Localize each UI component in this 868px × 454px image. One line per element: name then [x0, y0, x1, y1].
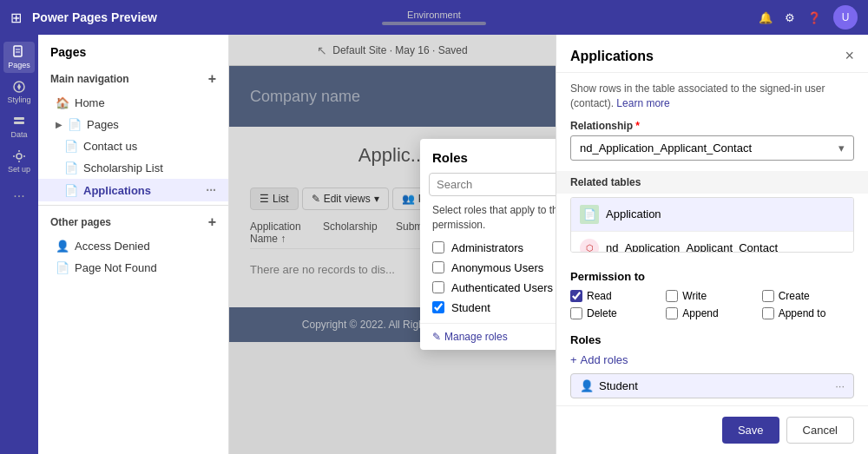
cancel-button[interactable]: Cancel [786, 417, 854, 444]
permission-delete[interactable]: Delete [570, 307, 662, 319]
permission-read-label: Read [587, 290, 612, 302]
role-label-anonymous: Anonymous Users [451, 261, 543, 274]
other-pages-section: Other pages + [38, 209, 228, 235]
related-tables-list: 📄 Application ⬡ nd_Application_Applicant… [570, 197, 854, 253]
nav-page-not-found-label: Page Not Found [75, 261, 157, 274]
gear-icon[interactable]: ⚙ [785, 11, 795, 24]
select-chevron-icon: ▾ [838, 141, 845, 155]
permission-append-to[interactable]: Append to [762, 307, 854, 319]
env-bar [382, 22, 486, 25]
add-main-nav-button[interactable]: + [208, 71, 216, 87]
home-icon: 🏠 [56, 96, 69, 109]
roles-dialog-title: Roles [432, 150, 468, 165]
nav-item-contact-us[interactable]: 📄 Contact us [38, 135, 228, 157]
sidebar-styling-label: Styling [7, 95, 30, 104]
role-check-authenticated[interactable] [432, 281, 444, 293]
role-item-anonymous[interactable]: Anonymous Users [432, 261, 556, 274]
grid-icon[interactable]: ⊞ [10, 10, 22, 26]
user-icon: 👤 [56, 240, 69, 253]
application-table-icon: 📄 [580, 205, 599, 224]
nav-item-applications[interactable]: 📄 Applications ··· [38, 179, 228, 201]
permission-read[interactable]: Read [570, 290, 662, 302]
sidebar-pages-label: Pages [8, 61, 30, 69]
nd-table-icon: ⬡ [580, 239, 599, 253]
sidebar-item-styling[interactable]: Styling [3, 76, 35, 108]
sidebar-item-setup[interactable]: Set up [3, 146, 35, 177]
role-item-administrators[interactable]: Administrators [432, 241, 556, 254]
pages-icon: 📄 [68, 118, 82, 131]
nav-item-home[interactable]: 🏠 Home [38, 92, 228, 114]
relationship-select[interactable]: nd_Application_Applicant_Contact ▾ [570, 135, 854, 161]
roles-search-input[interactable] [429, 173, 556, 196]
add-other-page-button[interactable]: + [208, 214, 216, 230]
related-table-nd[interactable]: ⬡ nd_Application_Applicant_Contact [571, 232, 853, 253]
pages-panel-title: Pages [38, 35, 228, 66]
nav-home-label: Home [75, 96, 105, 109]
permission-append[interactable]: Append [666, 307, 758, 319]
role-check-administrators[interactable] [432, 241, 444, 253]
avatar[interactable]: U [833, 5, 858, 30]
save-button[interactable]: Save [722, 417, 779, 444]
applications-more-button[interactable]: ··· [206, 183, 216, 197]
nav-item-page-not-found[interactable]: 📄 Page Not Found [38, 257, 228, 279]
role-tags-list: 👤 Student ··· [570, 373, 854, 398]
permission-section: Permission to Read Write Create Delete [556, 263, 868, 326]
permission-write[interactable]: Write [666, 290, 758, 302]
learn-more-link[interactable]: Learn more [616, 97, 669, 109]
nd-table-label: nd_Application_Applicant_Contact [606, 241, 778, 253]
permission-create[interactable]: Create [762, 290, 854, 302]
nav-access-denied-label: Access Denied [75, 240, 150, 253]
role-label-student: Student [451, 301, 490, 314]
permission-append-checkbox[interactable] [666, 307, 678, 319]
roles-section: Roles + Add roles 👤 Student ··· [556, 326, 868, 405]
add-roles-button[interactable]: + Add roles [570, 353, 854, 366]
sidebar-data-label: Data [10, 130, 27, 139]
page-icon: 📄 [56, 261, 69, 274]
roles-footer: ✎ Manage roles [420, 323, 556, 350]
role-check-anonymous[interactable] [432, 261, 444, 273]
permission-read-checkbox[interactable] [570, 290, 582, 302]
nav-item-pages[interactable]: ▶ 📄 Pages [38, 114, 228, 135]
content-area: ↖ Default Site · May 16 · Saved Company … [229, 35, 556, 454]
role-tag-student-label: Student [599, 379, 638, 392]
page-icon-active: 📄 [64, 184, 78, 197]
nav-scholarship-label: Scholarship List [83, 161, 163, 174]
related-tables-section-label: Related tables [556, 171, 868, 194]
role-person-icon: 👤 [580, 379, 594, 392]
nav-contactus-label: Contact us [83, 140, 137, 153]
top-bar: ⊞ Power Pages Preview Environment 🔔 ⚙ ❓ … [0, 0, 868, 35]
role-tag-more-button[interactable]: ··· [835, 379, 845, 392]
sidebar-item-pages[interactable]: Pages [3, 42, 35, 73]
main-nav-label: Main navigation [50, 73, 129, 85]
permission-write-label: Write [682, 290, 707, 302]
permission-create-label: Create [779, 290, 810, 302]
permission-write-checkbox[interactable] [666, 290, 678, 302]
permission-to-label: Permission to [570, 270, 854, 283]
nav-item-access-denied[interactable]: 👤 Access Denied [38, 235, 228, 257]
right-panel-description: Show rows in the table associated to the… [556, 73, 868, 120]
chevron-right-icon: ▶ [56, 120, 62, 129]
roles-list: Administrators Anonymous Users Authentic… [420, 241, 556, 323]
roles-section-label: Roles [570, 333, 601, 346]
permission-append-to-checkbox[interactable] [762, 307, 774, 319]
permission-create-checkbox[interactable] [762, 290, 774, 302]
help-icon[interactable]: ❓ [807, 11, 821, 24]
role-check-student[interactable] [432, 301, 444, 313]
role-item-authenticated[interactable]: Authenticated Users [432, 281, 556, 294]
nav-item-scholarship-list[interactable]: 📄 Scholarship List [38, 157, 228, 179]
bell-icon[interactable]: 🔔 [759, 11, 773, 24]
svg-rect-5 [14, 122, 24, 124]
permission-delete-checkbox[interactable] [570, 307, 582, 319]
role-tag-student: 👤 Student ··· [570, 373, 854, 398]
more-dots-icon: ··· [13, 188, 24, 204]
right-panel-close-button[interactable]: × [845, 47, 854, 65]
role-item-student[interactable]: Student [432, 301, 556, 314]
manage-roles-link[interactable]: ✎ Manage roles [432, 331, 556, 343]
roles-dialog-description: Select roles that apply to the table per… [420, 203, 556, 241]
sidebar-item-data[interactable]: Data [3, 111, 35, 142]
roles-dialog: Roles ✕ Select roles that apply to the t… [420, 139, 556, 350]
related-table-application[interactable]: 📄 Application [571, 198, 853, 232]
role-label-authenticated: Authenticated Users [451, 281, 553, 294]
sidebar-item-more[interactable]: ··· [3, 181, 35, 212]
nav-pages-label: Pages [87, 118, 119, 131]
